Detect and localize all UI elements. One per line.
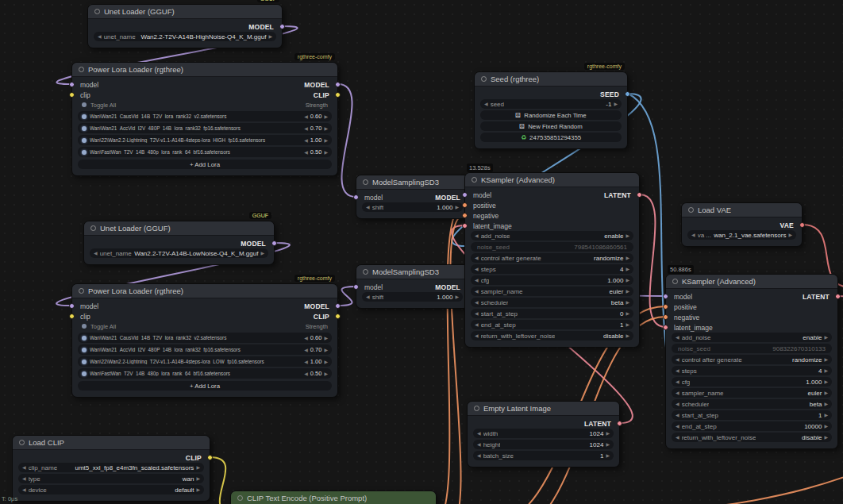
node-header[interactable]: ModelSamplingSD3 bbox=[356, 265, 468, 279]
collapse-icon[interactable] bbox=[363, 269, 368, 275]
decrement-arrow-icon[interactable]: ◀ bbox=[304, 357, 308, 367]
negative-input-port[interactable] bbox=[663, 314, 668, 320]
collapse-icon[interactable] bbox=[474, 406, 479, 411]
increment-arrow-icon[interactable]: ▶ bbox=[614, 99, 618, 109]
lora-row[interactable]: Wan\Wan21_AccVid_I2V_480P_14B_lora_rank3… bbox=[78, 344, 332, 355]
lora-row[interactable]: Wan\22\Wan2.2-Lightning_T2V-v1.1-A14B-4s… bbox=[78, 356, 332, 367]
collapse-icon[interactable] bbox=[688, 207, 694, 213]
increment-arrow-icon[interactable]: ▶ bbox=[824, 366, 828, 375]
increment-arrow-icon[interactable]: ▶ bbox=[626, 275, 629, 285]
decrement-arrow-icon[interactable]: ◀ bbox=[477, 451, 481, 460]
widget-scheduler[interactable]: ◀schedulerbeta▶ bbox=[471, 298, 633, 307]
increment-arrow-icon[interactable]: ▶ bbox=[626, 264, 629, 274]
node-header[interactable]: KSampler (Advanced) bbox=[666, 275, 837, 289]
decrement-arrow-icon[interactable]: ◀ bbox=[304, 136, 308, 145]
collapse-icon[interactable] bbox=[94, 9, 100, 14]
increment-arrow-icon[interactable]: ▶ bbox=[824, 355, 828, 364]
decrement-arrow-icon[interactable]: ◀ bbox=[676, 388, 679, 398]
decrement-arrow-icon[interactable]: ◀ bbox=[475, 287, 479, 296]
node-seed-rgthree[interactable]: rgthree-comfySeed (rgthree)SEED◀seed-1▶⚄… bbox=[474, 71, 628, 149]
increment-arrow-icon[interactable]: ▶ bbox=[606, 429, 610, 438]
decrement-arrow-icon[interactable]: ◀ bbox=[22, 485, 26, 494]
widget-device[interactable]: ◀devicedefault▶ bbox=[18, 485, 204, 494]
lora-row[interactable]: Wan\FastWan_T2V_14B_480p_lora_rank_64_bf… bbox=[78, 147, 332, 157]
toggle-all-icon[interactable] bbox=[82, 324, 87, 329]
node-clip-text-encode-positive[interactable]: CLIP Text Encode (Positive Prompt) bbox=[230, 491, 437, 504]
workflow-canvas[interactable]: GGUFUnet Loader (GGUF)MODEL◀unet_nameWan… bbox=[0, 0, 843, 504]
positive-input-port[interactable] bbox=[663, 304, 668, 310]
decrement-arrow-icon[interactable]: ◀ bbox=[475, 231, 479, 240]
add-lora-button[interactable]: + Add Lora bbox=[78, 381, 332, 391]
increment-arrow-icon[interactable]: ▶ bbox=[824, 377, 828, 387]
decrement-arrow-icon[interactable]: ◀ bbox=[676, 399, 679, 409]
node-header[interactable]: KSampler (Advanced) bbox=[465, 173, 639, 187]
widget-seed[interactable]: ◀seed-1▶ bbox=[480, 99, 622, 109]
collapse-icon[interactable] bbox=[79, 288, 84, 294]
new-fixed-random-button[interactable]: ⚄New Fixed Random bbox=[480, 121, 622, 131]
decrement-arrow-icon[interactable]: ◀ bbox=[676, 410, 679, 420]
decrement-arrow-icon[interactable]: ◀ bbox=[676, 355, 679, 364]
widget-start-at-step[interactable]: ◀start_at_step1▶ bbox=[672, 410, 832, 420]
widget-steps[interactable]: ◀steps4▶ bbox=[672, 366, 832, 375]
latent-output-port[interactable] bbox=[617, 421, 622, 426]
widget-cfg[interactable]: ◀cfg1.000▶ bbox=[471, 275, 633, 285]
lora-enabled-toggle[interactable] bbox=[82, 371, 87, 376]
latent-output-port[interactable] bbox=[637, 192, 642, 198]
decrement-arrow-icon[interactable]: ◀ bbox=[676, 377, 679, 387]
increment-arrow-icon[interactable]: ▶ bbox=[196, 485, 200, 494]
increment-arrow-icon[interactable]: ▶ bbox=[626, 298, 629, 307]
lora-row[interactable]: Wan\Wan21_CausVid_14B_T2V_lora_rank32_v2… bbox=[78, 333, 332, 343]
decrement-arrow-icon[interactable]: ◀ bbox=[676, 333, 679, 342]
node-power-lora-loader-low[interactable]: rgthree-comfyPower Lora Loader (rgthree)… bbox=[71, 283, 338, 398]
increment-arrow-icon[interactable]: ▶ bbox=[324, 357, 328, 367]
increment-arrow-icon[interactable]: ▶ bbox=[324, 112, 328, 121]
increment-arrow-icon[interactable]: ▶ bbox=[824, 399, 828, 409]
247535851294355-button[interactable]: ♻247535851294355 bbox=[480, 133, 622, 142]
node-header[interactable]: Load CLIP bbox=[13, 436, 210, 450]
decrement-arrow-icon[interactable]: ◀ bbox=[304, 124, 308, 133]
widget-add-noise[interactable]: ◀add_noiseenable▶ bbox=[672, 333, 832, 342]
increment-arrow-icon[interactable]: ▶ bbox=[824, 421, 828, 431]
increment-arrow-icon[interactable]: ▶ bbox=[626, 253, 629, 263]
collapse-icon[interactable] bbox=[672, 279, 678, 284]
widget-unet-name[interactable]: ◀unet_nameWan2.2-T2V-A14B-LowNoise-Q4_K_… bbox=[90, 248, 268, 258]
increment-arrow-icon[interactable]: ▶ bbox=[196, 474, 200, 483]
model-input-port[interactable] bbox=[353, 194, 359, 200]
decrement-arrow-icon[interactable]: ◀ bbox=[98, 32, 102, 41]
increment-arrow-icon[interactable]: ▶ bbox=[606, 451, 610, 460]
decrement-arrow-icon[interactable]: ◀ bbox=[484, 99, 488, 109]
decrement-arrow-icon[interactable]: ◀ bbox=[475, 331, 479, 340]
vae-output-port[interactable] bbox=[799, 222, 805, 228]
widget-cfg[interactable]: ◀cfg1.000▶ bbox=[672, 377, 832, 387]
decrement-arrow-icon[interactable]: ◀ bbox=[477, 429, 481, 438]
decrement-arrow-icon[interactable]: ◀ bbox=[475, 298, 479, 307]
widget-sampler-name[interactable]: ◀sampler_nameeuler▶ bbox=[471, 287, 633, 296]
node-unet-loader-lownoise[interactable]: GGUFUnet Loader (GGUF)MODEL◀unet_nameWan… bbox=[83, 221, 275, 265]
widget-control-after-generate[interactable]: ◀control after generaterandomize▶ bbox=[471, 253, 633, 263]
widget-shift[interactable]: ◀shift1.000▶ bbox=[362, 292, 463, 302]
widget-width[interactable]: ◀width1024▶ bbox=[473, 429, 614, 438]
lora-row[interactable]: Wan\FastWan_T2V_14B_480p_lora_rank_64_bf… bbox=[78, 368, 332, 379]
decrement-arrow-icon[interactable]: ◀ bbox=[304, 369, 308, 379]
widget-steps[interactable]: ◀steps4▶ bbox=[471, 264, 633, 274]
widget-noise-seed[interactable]: noise_seed798541086860561 bbox=[471, 242, 633, 252]
clip-output-port[interactable] bbox=[207, 455, 213, 460]
increment-arrow-icon[interactable]: ▶ bbox=[824, 333, 828, 342]
decrement-arrow-icon[interactable]: ◀ bbox=[304, 112, 308, 121]
widget-noise-seed[interactable]: noise_seed908322670310133 bbox=[672, 344, 832, 353]
decrement-arrow-icon[interactable]: ◀ bbox=[475, 253, 479, 263]
model-input-port[interactable] bbox=[353, 284, 359, 290]
model-input-port[interactable] bbox=[69, 82, 75, 87]
node-unet-loader-highnoise[interactable]: GGUFUnet Loader (GGUF)MODEL◀unet_nameWan… bbox=[87, 4, 283, 48]
increment-arrow-icon[interactable]: ▶ bbox=[788, 230, 792, 240]
decrement-arrow-icon[interactable]: ◀ bbox=[304, 148, 308, 157]
increment-arrow-icon[interactable]: ▶ bbox=[455, 202, 459, 212]
widget-control-after-generate[interactable]: ◀control after generaterandomize▶ bbox=[672, 355, 832, 364]
widget-batch-size[interactable]: ◀batch_size1▶ bbox=[473, 451, 614, 460]
lora-enabled-toggle[interactable] bbox=[82, 336, 87, 340]
decrement-arrow-icon[interactable]: ◀ bbox=[475, 264, 479, 274]
model-output-port[interactable] bbox=[335, 303, 341, 309]
decrement-arrow-icon[interactable]: ◀ bbox=[475, 309, 479, 318]
node-empty-latent-image[interactable]: Empty Latent ImageLATENT◀width1024▶◀heig… bbox=[467, 401, 620, 467]
latent-output-port[interactable] bbox=[835, 294, 841, 299]
